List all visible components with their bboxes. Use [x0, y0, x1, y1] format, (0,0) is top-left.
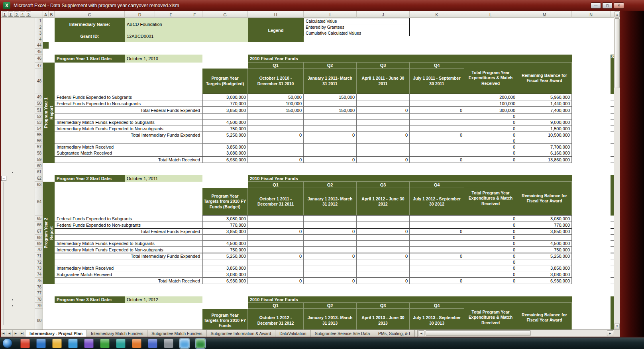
row-54-q2-cell[interactable]: [304, 125, 357, 132]
row-51-q3-cell[interactable]: 0: [357, 107, 410, 114]
row-header-70[interactable]: 70: [35, 247, 43, 253]
row-71-label[interactable]: Total Intermediary Funds Expended: [55, 253, 202, 259]
column-header-E[interactable]: E: [155, 11, 187, 18]
row-header-51[interactable]: 51: [35, 107, 43, 114]
row-50-q4-cell[interactable]: [410, 100, 464, 107]
row-72-q1-cell[interactable]: [248, 259, 304, 265]
row-header-72[interactable]: 72: [35, 259, 43, 265]
sheet-tab-datavalidation[interactable]: DataValidation: [275, 330, 311, 337]
row-55-remaining-cell[interactable]: 10,500,000: [517, 132, 572, 138]
row-74-label[interactable]: Subgrantee Match Received: [55, 271, 202, 278]
row-70-target-cell[interactable]: 750,000: [202, 247, 248, 253]
row-70-q3-cell[interactable]: [357, 247, 410, 253]
row-65-q4-cell[interactable]: [410, 216, 464, 222]
row-header-67[interactable]: 67: [35, 228, 43, 235]
row-73-remaining-cell[interactable]: 3,850,000: [517, 265, 572, 271]
row-59-q3-cell[interactable]: 0: [357, 156, 410, 163]
row-67-label[interactable]: Total Federal Funds Expended: [55, 228, 202, 235]
row-72-q4-cell[interactable]: [410, 259, 464, 265]
outline-level-button-1[interactable]: 1: [2, 12, 7, 17]
outline-level-button-3[interactable]: 3: [14, 12, 19, 17]
row-50-remaining-cell[interactable]: 1,440,000: [517, 100, 572, 107]
row-66-target-cell[interactable]: 770,000: [202, 222, 248, 228]
row-56-q4-cell[interactable]: [410, 138, 464, 144]
grant-id-value[interactable]: 12ABCD0001: [125, 30, 248, 42]
row-75-remaining-cell[interactable]: 6,930,000: [517, 278, 572, 284]
row-header-60[interactable]: 60: [35, 163, 43, 169]
tab-splitter-handle[interactable]: [414, 330, 418, 337]
row-56-remaining-cell[interactable]: [517, 138, 572, 144]
row-68-total-cell[interactable]: 0: [464, 235, 517, 241]
row-55-total-cell[interactable]: 0: [464, 132, 517, 138]
row-header-80[interactable]: 80: [35, 309, 43, 329]
legend-item-cumulative[interactable]: Cumulative Calculated Values: [304, 30, 410, 36]
column-header-N[interactable]: N: [572, 11, 611, 18]
row-header-63[interactable]: 63: [35, 182, 43, 188]
column-header-H[interactable]: H: [248, 11, 304, 18]
row-73-q3-cell[interactable]: [357, 265, 410, 271]
row-56-total-cell[interactable]: 0: [464, 138, 517, 144]
column-header-G[interactable]: G: [202, 11, 248, 18]
row-59-label[interactable]: Total Match Received: [55, 156, 202, 163]
row-70-label[interactable]: Intermediary Match Funds Expended to Non…: [55, 247, 202, 253]
row-header-57[interactable]: 57: [35, 144, 43, 150]
row-56-q1-cell[interactable]: [248, 138, 304, 144]
row-49-target-cell[interactable]: 3,080,000: [202, 94, 248, 100]
row-54-q1-cell[interactable]: [248, 125, 304, 132]
row-header-76[interactable]: 76: [35, 284, 43, 290]
row-74-q3-cell[interactable]: [357, 271, 410, 278]
sheet-tab-intermediary-project-plan[interactable]: Intermediary - Project Plan: [26, 330, 87, 337]
row-71-q1-cell[interactable]: 0: [248, 253, 304, 259]
row-51-target-cell[interactable]: 3,850,000: [202, 107, 248, 114]
row-header-59[interactable]: 59: [35, 156, 43, 163]
taskbar-icon-app-5[interactable]: [84, 339, 94, 348]
row-65-remaining-cell[interactable]: 3,080,000: [517, 216, 572, 222]
row-66-q1-cell[interactable]: [248, 222, 304, 228]
row-53-target-cell[interactable]: 4,500,000: [202, 120, 248, 125]
row-header-75[interactable]: 75: [35, 278, 43, 284]
row-67-remaining-cell[interactable]: 3,850,000: [517, 228, 572, 235]
h-scroll-left-arrow-icon[interactable]: ◀: [418, 330, 424, 336]
row-58-q4-cell[interactable]: [410, 150, 464, 156]
row-55-q4-cell[interactable]: 0: [410, 132, 464, 138]
column-header-J[interactable]: J: [357, 11, 410, 18]
sheet-tab-subgrantee-match-funders[interactable]: Subgrantee Match Funders: [147, 330, 206, 337]
row-49-remaining-cell[interactable]: 5,960,000: [517, 94, 572, 100]
row-58-q3-cell[interactable]: [357, 150, 410, 156]
row-69-remaining-cell[interactable]: 4,500,000: [517, 241, 572, 247]
row-57-label[interactable]: Intermediary Match Received: [55, 144, 202, 150]
taskbar-icon-app-11[interactable]: [180, 339, 189, 348]
row-56-target-cell[interactable]: [202, 138, 248, 144]
row-75-total-cell[interactable]: 0: [464, 278, 517, 284]
py1-side-band[interactable]: Program Year 1 Report: [43, 63, 55, 163]
row-58-target-cell[interactable]: 3,080,000: [202, 150, 248, 156]
horizontal-scroll-thumb[interactable]: [426, 330, 531, 336]
sheet-tab-intermediary-match-funders[interactable]: Intermediary Match Funders: [87, 330, 147, 337]
row-66-q2-cell[interactable]: [304, 222, 357, 228]
row-69-q2-cell[interactable]: [304, 241, 357, 247]
row-52-q2-cell[interactable]: [304, 114, 357, 120]
row-53-remaining-cell[interactable]: 9,000,000: [517, 120, 572, 125]
taskbar-icon-app-2[interactable]: [36, 339, 46, 348]
row-52-total-cell[interactable]: 0: [464, 114, 517, 120]
row-67-q1-cell[interactable]: 0: [248, 228, 304, 235]
row-65-q1-cell[interactable]: [248, 216, 304, 222]
py1-start-date-value[interactable]: October 1, 2010: [125, 55, 202, 63]
vertical-scroll-thumb[interactable]: [615, 18, 620, 88]
intermediary-name-value[interactable]: ABCD Foundation: [125, 18, 248, 30]
row-52-remaining-cell[interactable]: [517, 114, 572, 120]
row-68-label[interactable]: [55, 235, 202, 241]
row-57-total-cell[interactable]: 0: [464, 144, 517, 150]
row-54-label[interactable]: Intermediary Match Funds Expended to Non…: [55, 125, 202, 132]
row-header-45[interactable]: 45: [35, 49, 43, 55]
row-51-label[interactable]: Total Federal Funds Expended: [55, 107, 202, 114]
row-73-label[interactable]: Intermediary Match Received: [55, 265, 202, 271]
row-71-q2-cell[interactable]: 0: [304, 253, 357, 259]
row-65-target-cell[interactable]: 3,080,000: [202, 216, 248, 222]
row-header-53[interactable]: 53: [35, 120, 43, 125]
row-71-total-cell[interactable]: 0: [464, 253, 517, 259]
row-69-q3-cell[interactable]: [357, 241, 410, 247]
column-header-A[interactable]: A: [43, 11, 49, 18]
start-button[interactable]: [2, 338, 12, 348]
row-header-1[interactable]: 1: [35, 18, 43, 24]
